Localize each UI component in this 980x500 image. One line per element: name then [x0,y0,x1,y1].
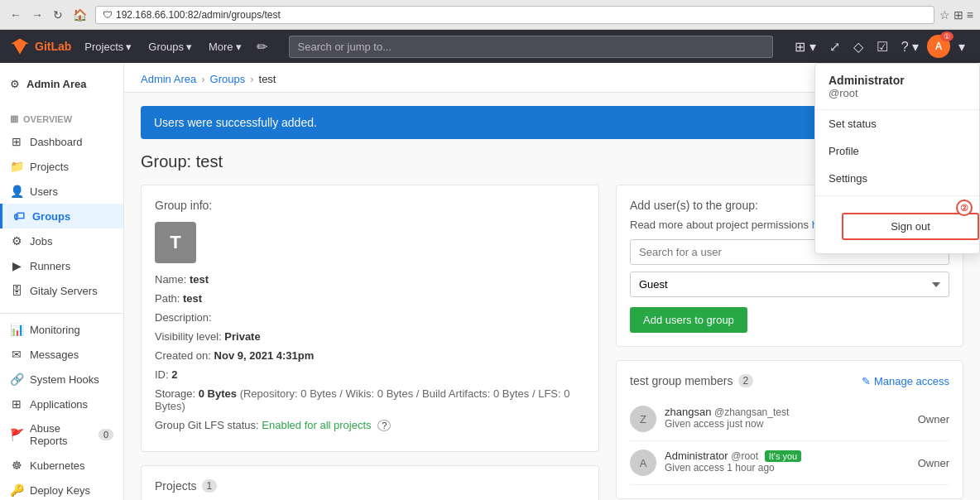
nav-groups-label: Groups [148,41,184,53]
sidebar-item-kubernetes[interactable]: ☸ Kubernetes [0,453,123,478]
sidebar-item-users[interactable]: 👤 Users [0,179,123,204]
id-value: 2 [171,368,177,381]
add-users-button[interactable]: Add users to group [630,307,747,333]
member-access-time: Given access 1 hour ago [665,462,910,474]
abuse-label: Abuse Reports [30,422,92,447]
menu-button[interactable]: ≡ [967,8,973,22]
sidebar-item-groups[interactable]: 🏷 Groups [0,204,123,228]
sidebar-item-projects[interactable]: 📁 Projects [0,154,123,179]
extensions-button[interactable]: ⊞ [954,8,963,22]
member-initials: Z [640,413,646,425]
user-dropdown-menu: Administrator @root Set status Profile S… [814,63,980,254]
chevron-button[interactable]: ▾ [954,36,970,58]
apps-label: Applications [30,398,88,411]
member-item-admin: A Administrator @root It's you Given acc… [630,441,949,485]
nav-more[interactable]: More ▾ [202,37,248,56]
path-val: test [183,292,202,305]
chevron-down-icon: ▾ [126,41,132,53]
breadcrumb-current: test [259,73,276,85]
projects-card: Projects 1 test / test_demo 0 Bytes test… [141,465,599,500]
name-val: test [190,273,209,286]
reload-button[interactable]: ↻ [50,7,66,23]
sidebar-item-applications[interactable]: ⊞ Applications [0,392,123,416]
todo-icon[interactable]: ☑ [872,36,893,58]
sidebar-item-deploy-keys[interactable]: 🔑 Deploy Keys [0,478,123,500]
sidebar-item-gitaly[interactable]: 🗄 Gitaly Servers [0,278,123,303]
home-button[interactable]: 🏠 [70,7,90,23]
nav-menu[interactable]: Projects ▾ Groups ▾ More ▾ ✏ [78,36,271,58]
back-button[interactable]: ← [7,7,25,23]
avatar-container[interactable]: A ① [927,35,950,58]
set-status-item[interactable]: Set status [815,110,979,137]
sidebar-item-messages[interactable]: ✉ Messages [0,342,123,367]
users-label: Users [30,185,58,198]
sidebar-item-abuse-reports[interactable]: 🚩 Abuse Reports 0 [0,416,123,453]
avatar-letter: T [170,232,180,253]
projects-header: Projects 1 [155,479,585,493]
nav-search[interactable] [289,36,774,58]
browser-nav[interactable]: ← → ↻ 🏠 [7,7,90,23]
member-info-zhangsan: zhangsan @zhangsan_test Given access jus… [665,406,910,430]
chevron-down-icon: ▾ [186,41,192,53]
circle-number-badge: ② [956,200,973,216]
new-item-button[interactable]: ⊞ ▾ [790,36,820,58]
gitlab-navbar: GitLab Projects ▾ Groups ▾ More ▾ ✏ ⊞ ▾ … [0,30,980,63]
overview-icon: ▦ [10,113,18,124]
sidebar-item-hooks[interactable]: 🔗 System Hooks [0,367,123,392]
sign-out-button[interactable]: Sign out [842,213,979,240]
deploy-keys-label: Deploy Keys [30,484,90,497]
sidebar-admin-section: ⚙ Admin Area [0,63,123,102]
nav-projects[interactable]: Projects ▾ [78,37,138,56]
merge-request-icon[interactable]: ⤢ [824,36,845,58]
dropdown-handle: @root [829,87,966,99]
sidebar-item-runners[interactable]: ▶ Runners [0,253,123,278]
nav-more-label: More [209,41,233,53]
overview-section: ▦ Overview ⊞ Dashboard 📁 Projects 👤 User… [0,102,123,310]
nav-groups[interactable]: Groups ▾ [142,37,199,56]
address-bar[interactable]: 🛡 192.168.66.100:82/admin/groups/test [95,6,934,24]
permission-text-label: Read more about project permissions [630,219,809,231]
abuse-icon: 🚩 [10,428,23,441]
issues-icon[interactable]: ◇ [848,36,868,58]
created-value: Nov 9, 2021 4:31pm [214,349,315,362]
desc-label: Description: [155,311,212,324]
projects-section-title: Projects [155,479,197,493]
settings-item[interactable]: Settings [815,165,979,192]
k8s-label: Kubernetes [30,459,85,472]
member-handle: @zhangsan_test [714,406,789,418]
jobs-icon: ⚙ [10,234,23,248]
nav-icons[interactable]: ⊞ ▾ ⤢ ◇ ☑ ? ▾ A ① ▾ [790,35,970,58]
breadcrumb-admin-link[interactable]: Admin Area [141,73,196,85]
security-icon: 🛡 [103,9,113,21]
forward-button[interactable]: → [28,7,46,23]
role-select[interactable]: Guest Reporter Developer Maintainer Owne… [630,272,949,297]
browser-actions[interactable]: ☆ ⊞ ≡ [939,8,973,22]
manage-access-link[interactable]: ✎ Manage access [862,375,949,387]
overview-header: ▦ Overview [0,108,123,129]
pencil-icon[interactable]: ✏ [252,36,272,58]
info-path: Path: test [155,292,585,305]
left-column: Group info: T Name: test Path: test [141,185,599,500]
dropdown-divider [815,195,979,196]
lfs-help-icon[interactable]: ? [377,420,391,431]
success-message: Users were successfully added. [154,116,317,129]
search-input[interactable] [289,36,774,58]
members-header: test group members 2 ✎ Manage access [630,374,949,387]
sidebar-item-monitoring[interactable]: 📊 Monitoring [0,317,123,342]
group-avatar: T [155,222,196,263]
bookmark-button[interactable]: ☆ [939,8,950,22]
info-created: Created on: Nov 9, 2021 4:31pm [155,349,585,362]
overview-label: Overview [23,114,72,124]
messages-icon: ✉ [10,348,23,361]
member-avatar-admin: A [630,450,656,476]
sidebar-item-dashboard[interactable]: ⊞ Dashboard [0,129,123,154]
k8s-icon: ☸ [10,459,23,472]
name-value: test [190,273,209,286]
breadcrumb-groups-link[interactable]: Groups [210,73,246,85]
dashboard-icon: ⊞ [10,135,23,148]
created-val: Nov 9, 2021 4:31pm [214,349,315,362]
sidebar-item-jobs[interactable]: ⚙ Jobs [0,228,123,253]
help-icon[interactable]: ? ▾ [896,36,924,58]
member-item-zhangsan: Z zhangsan @zhangsan_test Given access j… [630,397,949,441]
profile-item[interactable]: Profile [815,137,979,165]
